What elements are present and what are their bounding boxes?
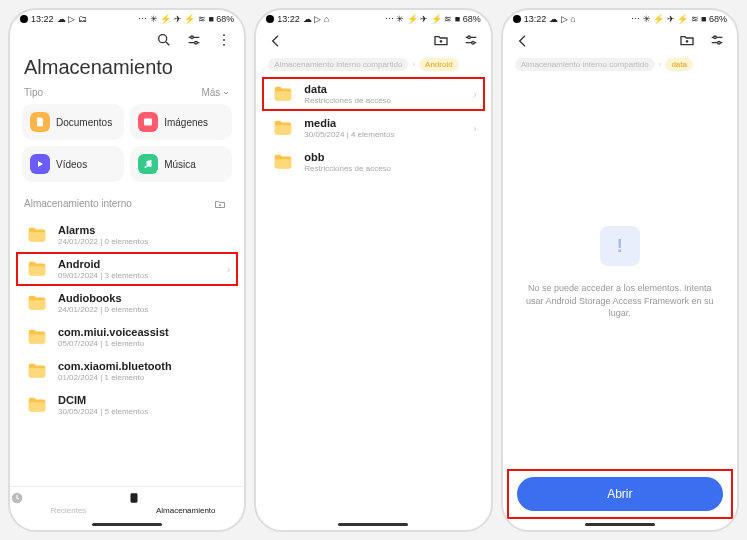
music-icon bbox=[138, 154, 158, 174]
folder-name: obb bbox=[304, 151, 476, 163]
folder-subtitle: 30/05/2024 | 4 elementos bbox=[304, 130, 465, 139]
filter-icon[interactable] bbox=[186, 32, 202, 48]
svg-point-22 bbox=[471, 41, 474, 44]
add-folder-icon[interactable] bbox=[433, 32, 449, 48]
section-header-storage: Almacenamiento interno bbox=[10, 190, 244, 218]
filter-icon[interactable] bbox=[709, 32, 725, 48]
phone-screen-1: 13:22 ☁ ▷ 🗂 ⋯ ✳ ⚡ ✈ ⚡ ≋ ■ 68% Almacenami… bbox=[8, 8, 246, 532]
folder-item[interactable]: DCIM30/05/2024 | 5 elementos bbox=[10, 388, 244, 422]
folder-icon bbox=[24, 326, 50, 348]
home-indicator[interactable] bbox=[338, 523, 408, 526]
category-imagenes[interactable]: Imágenes bbox=[130, 104, 232, 140]
svg-marker-10 bbox=[38, 161, 43, 167]
folder-item[interactable]: media30/05/2024 | 4 elementos› bbox=[256, 111, 490, 145]
status-right-icons: ⋯ ✳ ⚡ ✈ ⚡ ≋ ■ 68% bbox=[138, 14, 234, 24]
tab-almacenamiento[interactable]: Almacenamiento bbox=[127, 487, 244, 521]
image-icon bbox=[138, 112, 158, 132]
type-filter-row: Tipo Más bbox=[10, 87, 244, 104]
phone-screen-3: 13:22 ☁ ▷ ⌂ ⋯ ✳ ⚡ ✈ ⚡ ≋ ■ 68% Almacenami… bbox=[501, 8, 739, 532]
status-time: 13:22 bbox=[524, 14, 547, 24]
breadcrumb-item[interactable]: Almacenamiento interno compartido bbox=[268, 58, 408, 71]
svg-point-6 bbox=[223, 34, 225, 36]
folder-item[interactable]: Audiobooks24/01/2022 | 0 elementos bbox=[10, 286, 244, 320]
app-bar bbox=[503, 26, 737, 54]
chevron-right-icon: › bbox=[412, 60, 415, 69]
camera-hole bbox=[20, 15, 28, 23]
app-bar bbox=[256, 26, 490, 54]
clock-icon bbox=[10, 491, 127, 505]
svg-point-28 bbox=[718, 41, 721, 44]
back-icon[interactable] bbox=[515, 32, 531, 48]
folder-icon bbox=[24, 224, 50, 246]
category-documentos[interactable]: Documentos bbox=[22, 104, 124, 140]
breadcrumb: Almacenamiento interno compartido›data bbox=[503, 54, 737, 77]
folder-name: Audiobooks bbox=[58, 292, 230, 304]
svg-line-1 bbox=[166, 42, 169, 45]
folder-list: dataRestricciones de acceso›media30/05/2… bbox=[256, 77, 490, 521]
open-button-container: Abrir bbox=[503, 469, 737, 521]
search-icon[interactable] bbox=[156, 32, 172, 48]
bottom-nav: Recientes Almacenamiento bbox=[10, 486, 244, 521]
chevron-right-icon: › bbox=[473, 123, 476, 134]
status-left-icons: ☁ ▷ ⌂ bbox=[549, 14, 575, 24]
more-types-button[interactable]: Más bbox=[201, 87, 230, 98]
svg-point-0 bbox=[159, 35, 167, 43]
page-title: Almacenamiento bbox=[10, 54, 244, 87]
chevron-right-icon: › bbox=[659, 60, 662, 69]
folder-name: com.xiaomi.bluetooth bbox=[58, 360, 230, 372]
empty-state-text: No se puede acceder a los elementos. Int… bbox=[523, 282, 717, 320]
folder-item[interactable]: Android09/01/2024 | 3 elementos› bbox=[10, 252, 244, 286]
chevron-right-icon: › bbox=[227, 264, 230, 275]
type-label: Tipo bbox=[24, 87, 43, 98]
filter-icon[interactable] bbox=[463, 32, 479, 48]
document-icon bbox=[30, 112, 50, 132]
folder-name: DCIM bbox=[58, 394, 230, 406]
folder-subtitle: 01/02/2024 | 1 elemento bbox=[58, 373, 230, 382]
chevron-right-icon: › bbox=[473, 89, 476, 100]
camera-hole bbox=[513, 15, 521, 23]
breadcrumb-item[interactable]: Almacenamiento interno compartido bbox=[515, 58, 655, 71]
category-videos[interactable]: Vídeos bbox=[22, 146, 124, 182]
folder-item[interactable]: obbRestricciones de acceso bbox=[256, 145, 490, 179]
tab-recientes[interactable]: Recientes bbox=[10, 487, 127, 521]
status-time: 13:22 bbox=[31, 14, 54, 24]
svg-point-12 bbox=[150, 165, 152, 167]
category-grid: Documentos Imágenes Vídeos Música bbox=[10, 104, 244, 190]
folder-item[interactable]: com.miui.voiceassist05/07/2024 | 1 eleme… bbox=[10, 320, 244, 354]
status-bar: 13:22 ☁ ▷ ⌂ ⋯ ✳ ⚡ ✈ ⚡ ≋ ■ 68% bbox=[256, 10, 490, 26]
folder-name: Alarms bbox=[58, 224, 230, 236]
folder-icon bbox=[270, 83, 296, 105]
svg-point-3 bbox=[191, 36, 194, 39]
status-left-icons: ☁ ▷ 🗂 bbox=[57, 14, 87, 24]
home-indicator[interactable] bbox=[585, 523, 655, 526]
folder-name: Android bbox=[58, 258, 219, 270]
video-icon bbox=[30, 154, 50, 174]
folder-icon bbox=[24, 292, 50, 314]
home-indicator[interactable] bbox=[92, 523, 162, 526]
svg-point-8 bbox=[223, 44, 225, 46]
svg-point-11 bbox=[145, 166, 147, 168]
breadcrumb-item[interactable]: data bbox=[665, 58, 693, 71]
svg-point-20 bbox=[467, 36, 470, 39]
folder-subtitle: 30/05/2024 | 5 elementos bbox=[58, 407, 230, 416]
camera-hole bbox=[266, 15, 274, 23]
app-bar bbox=[10, 26, 244, 54]
folder-item[interactable]: dataRestricciones de acceso› bbox=[256, 77, 490, 111]
folder-item[interactable]: com.xiaomi.bluetooth01/02/2024 | 1 eleme… bbox=[10, 354, 244, 388]
add-folder-icon[interactable] bbox=[214, 198, 230, 214]
folder-icon bbox=[270, 117, 296, 139]
add-folder-icon[interactable] bbox=[679, 32, 695, 48]
breadcrumb: Almacenamiento interno compartido›Androi… bbox=[256, 54, 490, 77]
more-icon[interactable] bbox=[216, 32, 232, 48]
folder-subtitle: Restricciones de acceso bbox=[304, 164, 476, 173]
back-icon[interactable] bbox=[268, 32, 284, 48]
open-button[interactable]: Abrir bbox=[517, 477, 723, 511]
phone-screen-2: 13:22 ☁ ▷ ⌂ ⋯ ✳ ⚡ ✈ ⚡ ≋ ■ 68% Almacenami… bbox=[254, 8, 492, 532]
folder-item[interactable]: Alarms24/01/2022 | 0 elementos bbox=[10, 218, 244, 252]
breadcrumb-item[interactable]: Android bbox=[419, 58, 459, 71]
folder-subtitle: 09/01/2024 | 3 elementos bbox=[58, 271, 219, 280]
category-musica[interactable]: Música bbox=[130, 146, 232, 182]
status-left-icons: ☁ ▷ ⌂ bbox=[303, 14, 329, 24]
status-bar: 13:22 ☁ ▷ ⌂ ⋯ ✳ ⚡ ✈ ⚡ ≋ ■ 68% bbox=[503, 10, 737, 26]
empty-state: ! No se puede acceder a los elementos. I… bbox=[503, 77, 737, 469]
